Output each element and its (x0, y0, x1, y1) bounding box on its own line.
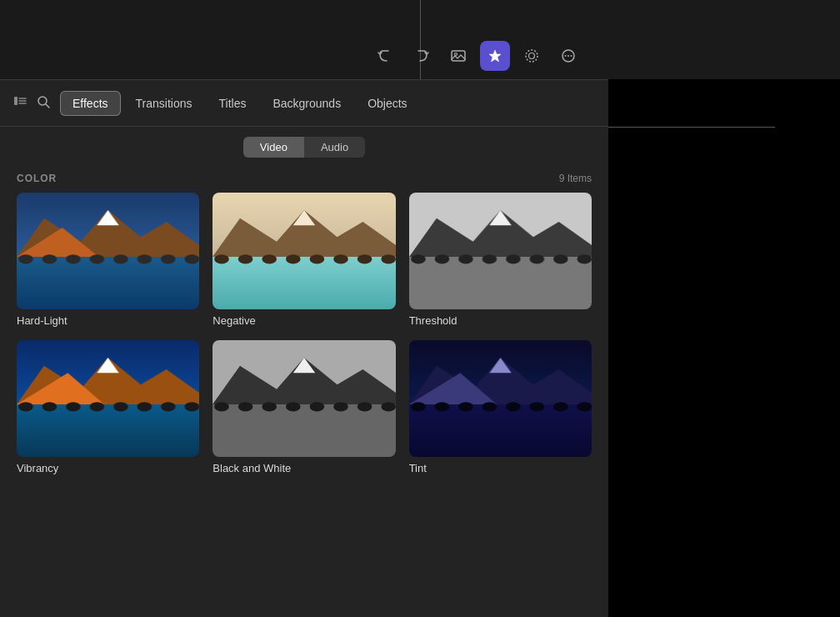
tab-objects[interactable]: Objects (356, 92, 418, 115)
undo-icon[interactable] (370, 41, 400, 71)
svg-rect-8 (14, 97, 18, 105)
thumbnail-bw (212, 340, 395, 457)
section-header: COLOR 9 Items (0, 168, 608, 193)
section-title: COLOR (17, 173, 57, 184)
item-label: Tint (409, 462, 592, 474)
thumbnail-threshold (409, 193, 592, 309)
star-icon[interactable] (480, 41, 510, 71)
list-item[interactable]: Negative (212, 193, 395, 327)
redo-icon[interactable] (407, 41, 437, 71)
collapse-icon[interactable] (13, 94, 27, 112)
item-label: Hard-Light (17, 314, 199, 327)
thumbnail-hard-light (17, 193, 199, 309)
sub-tab-video[interactable]: Video (243, 137, 304, 158)
effects-panel: Effects Transitions Titles Backgrounds O… (0, 79, 608, 617)
section-count: 9 Items (559, 173, 592, 184)
item-label: Negative (212, 314, 395, 327)
search-icon[interactable] (37, 95, 50, 112)
svg-point-5 (565, 55, 567, 57)
list-item[interactable]: Black and White (212, 340, 395, 474)
photo-icon[interactable] (443, 41, 473, 71)
list-item[interactable]: Tint (409, 340, 592, 474)
tab-transitions[interactable]: Transitions (124, 92, 204, 115)
item-label: Black and White (212, 462, 395, 474)
list-item[interactable]: Hard-Light (17, 193, 199, 327)
toolbar-icons (370, 41, 583, 71)
list-item[interactable]: Threshold (409, 193, 592, 327)
thumbnail-tint (409, 340, 592, 457)
tab-backgrounds[interactable]: Backgrounds (261, 92, 352, 115)
svg-point-6 (568, 55, 569, 57)
sub-tab-audio[interactable]: Audio (304, 137, 365, 158)
thumbnail-negative (212, 193, 395, 309)
items-grid: Hard-Light Negative Threshold Vibrancy (0, 193, 608, 474)
svg-point-3 (529, 53, 535, 59)
thumbnail-vibrancy (17, 340, 199, 457)
more-icon[interactable] (553, 41, 583, 71)
list-item[interactable]: Vibrancy (17, 340, 199, 474)
badge-icon[interactable] (517, 41, 547, 71)
svg-point-1 (455, 53, 458, 56)
item-label: Threshold (409, 314, 592, 327)
tab-effects[interactable]: Effects (60, 91, 121, 116)
svg-rect-0 (452, 51, 465, 61)
svg-point-7 (571, 55, 572, 57)
svg-point-2 (526, 50, 538, 62)
tab-titles[interactable]: Titles (208, 92, 258, 115)
top-bar (0, 0, 840, 79)
nav-bar: Effects Transitions Titles Backgrounds O… (0, 80, 608, 127)
svg-line-13 (46, 104, 49, 108)
item-label: Vibrancy (17, 462, 199, 474)
sub-tabs-container: Video Audio (0, 127, 608, 168)
